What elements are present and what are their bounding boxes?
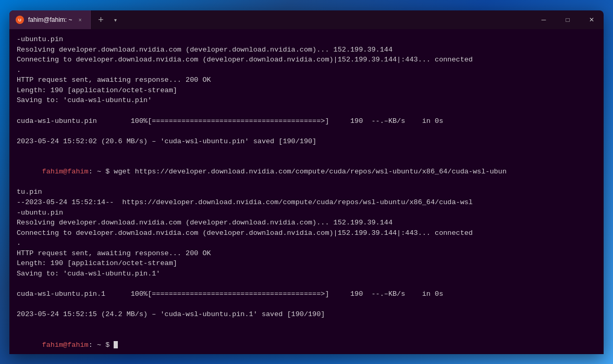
tab-dropdown-button[interactable]: ▾	[109, 11, 122, 28]
terminal-line: HTTP request sent, awaiting response... …	[17, 248, 596, 259]
tab-area: U fahim@fahim: ~ × + ▾	[9, 10, 532, 29]
title-bar: U fahim@fahim: ~ × + ▾ ─ □ ✕	[9, 10, 604, 29]
window-controls: ─ □ ✕	[532, 10, 604, 29]
terminal-line: .	[17, 65, 596, 76]
terminal-body[interactable]: -ubuntu.pin Resolving developer.download…	[9, 29, 604, 354]
terminal-line: Connecting to developer.download.nvidia.…	[17, 55, 596, 65]
empty-line	[17, 320, 596, 330]
empty-line	[17, 146, 596, 157]
terminal-line: -ubuntu.pin	[17, 208, 596, 218]
terminal-window: U fahim@fahim: ~ × + ▾ ─ □ ✕ -ubuntu.pin…	[9, 10, 604, 354]
minimize-button[interactable]: ─	[532, 10, 556, 29]
terminal-line: Connecting to developer.download.nvidia.…	[17, 228, 596, 239]
close-tab-icon[interactable]: ×	[77, 16, 84, 23]
close-button[interactable]: ✕	[580, 10, 604, 29]
terminal-line: Resolving developer.download.nvidia.com …	[17, 218, 596, 228]
empty-line	[17, 126, 596, 136]
terminal-line: Length: 190 [application/octet-stream]	[17, 258, 596, 269]
terminal-line: HTTP request sent, awaiting response... …	[17, 75, 596, 85]
prompt-username: fahim@fahim	[42, 168, 89, 175]
terminal-command: wget https://developer.download.nvidia.c…	[114, 168, 506, 175]
ubuntu-icon: U	[16, 16, 24, 24]
terminal-line: .	[17, 238, 596, 248]
maximize-button[interactable]: □	[556, 10, 580, 29]
terminal-prompt-cursor-line[interactable]: fahim@fahim: ~ $	[17, 330, 596, 354]
terminal-line: 2023-05-24 15:52:15 (24.2 MB/s) – 'cuda-…	[17, 309, 596, 320]
terminal-line: -ubuntu.pin	[17, 34, 596, 45]
terminal-line: Saving to: 'cuda-wsl-ubuntu.pin'	[17, 95, 596, 106]
terminal-line: cuda-wsl-ubuntu.pin 100%[===============…	[17, 116, 596, 127]
terminal-cursor	[114, 341, 118, 348]
active-tab[interactable]: U fahim@fahim: ~ ×	[9, 10, 91, 29]
prompt-username: fahim@fahim	[42, 341, 89, 349]
new-tab-button[interactable]: +	[93, 11, 109, 28]
tab-label: fahim@fahim: ~	[28, 16, 72, 23]
terminal-line: Length: 190 [application/octet-stream]	[17, 85, 596, 96]
terminal-line: --2023-05-24 15:52:14-- https://develope…	[17, 197, 596, 208]
empty-line	[17, 299, 596, 310]
terminal-prompt-line: fahim@fahim: ~ $ wget https://developer.…	[17, 157, 596, 187]
terminal-line: tu.pin	[17, 187, 596, 197]
terminal-line: Resolving developer.download.nvidia.com …	[17, 45, 596, 55]
empty-line	[17, 279, 596, 290]
terminal-line: 2023-05-24 15:52:02 (20.6 MB/s) – 'cuda-…	[17, 136, 596, 147]
terminal-line: cuda-wsl-ubuntu.pin.1 100%[=============…	[17, 289, 596, 299]
terminal-line: Saving to: 'cuda-wsl-ubuntu.pin.1'	[17, 269, 596, 279]
empty-line	[17, 106, 596, 116]
